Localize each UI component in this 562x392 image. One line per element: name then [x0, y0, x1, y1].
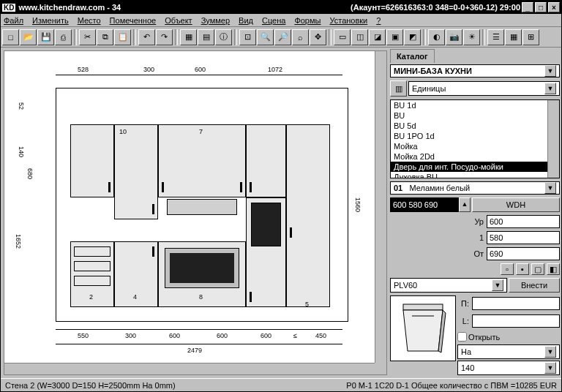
opt2-icon[interactable]: ▪ [516, 263, 529, 275]
depth-input[interactable]: 580 [487, 231, 560, 244]
menu-forms[interactable]: Формы [294, 16, 321, 25]
chevron-down-icon[interactable]: ▼ [492, 279, 503, 291]
finish-select[interactable]: 01 Меламин белый▼ [390, 181, 560, 195]
open-checkbox[interactable] [457, 332, 467, 342]
zoom-fit-icon[interactable]: ⊡ [239, 29, 256, 45]
menu-view[interactable]: Вид [239, 16, 253, 25]
list-item[interactable]: BU [391, 110, 559, 121]
list-item[interactable]: BU 5d [391, 121, 559, 131]
render-icon[interactable]: ◐ [428, 29, 445, 45]
menu-settings[interactable]: Установки [329, 16, 367, 25]
insert-button[interactable]: Внести [509, 278, 560, 293]
status-bar: Стена 2 (W=3000 D=150 H=2500mm На 0mm) P… [1, 378, 561, 391]
catalog-tab[interactable]: Каталог [390, 49, 435, 63]
item-list[interactable]: BU 1dBUBU 5dBU 1PO 1dМойкаМойка 2DdДверь… [390, 99, 560, 178]
zoom-window-icon[interactable]: ⌕ [292, 29, 309, 45]
canvas-hscroll[interactable] [4, 363, 375, 374]
opt3-icon[interactable]: ▢ [531, 263, 544, 275]
list-item[interactable]: Мойка [391, 141, 559, 151]
l-input[interactable] [472, 314, 560, 328]
height-input[interactable]: 690 [487, 247, 560, 260]
menu-scene[interactable]: Сцена [262, 16, 285, 25]
pos-select[interactable]: На▼ [457, 344, 560, 359]
canvas-vscroll[interactable] [375, 51, 386, 363]
dim-top-4: 1072 [268, 66, 282, 73]
dim-l1: 52 [18, 102, 25, 110]
cut-icon[interactable]: ✂ [79, 29, 96, 45]
menu-place[interactable]: Место [78, 16, 101, 25]
undo-icon[interactable]: ↶ [138, 29, 155, 45]
annot-10: 10 [119, 128, 127, 135]
tool-a-icon[interactable]: ▦ [180, 29, 197, 45]
menu-zoom[interactable]: Зуммер [201, 16, 230, 25]
units-select[interactable]: Единицы▼ [408, 81, 560, 96]
status-left: Стена 2 (W=3000 D=150 H=2500mm На 0mm) [5, 381, 176, 390]
p-input[interactable] [472, 297, 560, 310]
sizes-list[interactable]: 600 580 690▲ [390, 197, 471, 212]
catalog-db-select[interactable]: МИНИ-БАЗА КУХНИ▼ [390, 64, 560, 78]
width-input[interactable]: 600 [487, 215, 560, 228]
list-item[interactable]: BU 1PO 1d [391, 131, 559, 141]
grid-icon[interactable]: ▦ [505, 29, 522, 45]
chevron-down-icon[interactable]: ▼ [544, 83, 556, 94]
chevron-down-icon[interactable]: ▼ [544, 362, 556, 374]
chevron-down-icon[interactable]: ▼ [544, 182, 556, 194]
menu-file[interactable]: Файл [4, 16, 23, 25]
list-vscroll[interactable] [547, 100, 559, 177]
new-icon[interactable]: □ [2, 29, 19, 45]
info-icon[interactable]: ⓘ [215, 29, 232, 45]
toolbar: □ 📂 💾 ⎙ ✂ ⧉ 📋 ↶ ↷ ▦ ▤ ⓘ ⊡ 🔍 🔎 ⌕ ✥ ▭ ◫ ◪ … [1, 27, 561, 48]
paste-icon[interactable]: 📋 [114, 29, 131, 45]
chevron-down-icon[interactable]: ▼ [544, 65, 556, 77]
tool-b-icon[interactable]: ▤ [198, 29, 214, 45]
w-label: Ур [472, 217, 485, 226]
drawing-canvas[interactable]: 528 300 600 1072 10 7 5 [4, 50, 387, 375]
view-plan-icon[interactable]: ▭ [334, 29, 351, 45]
view-elev-icon[interactable]: ◫ [351, 29, 368, 45]
svg-rect-0 [403, 304, 443, 310]
dim-b3: 600 [169, 332, 180, 339]
snap-icon[interactable]: ⊞ [522, 29, 539, 45]
pos-value[interactable]: 140▼ [457, 361, 560, 375]
menu-help[interactable]: ? [376, 16, 381, 25]
copy-icon[interactable]: ⧉ [97, 29, 113, 45]
dim-b2: 300 [125, 332, 136, 339]
menu-edit[interactable]: Изменить [32, 16, 69, 25]
layers-icon[interactable]: ☰ [487, 29, 504, 45]
close-button[interactable]: × [548, 2, 560, 12]
pan-icon[interactable]: ✥ [310, 29, 326, 45]
redo-icon[interactable]: ↷ [156, 29, 173, 45]
view-persp-icon[interactable]: ◩ [404, 29, 421, 45]
opt1-icon[interactable]: ▫ [501, 263, 514, 275]
account-text: (Акаунт=626616363:0 348=0-0+360-12) 29:0… [351, 3, 520, 12]
list-item[interactable]: Духовка BU [391, 172, 559, 178]
camera-icon[interactable]: 📷 [446, 29, 462, 45]
light-icon[interactable]: ☀ [463, 29, 480, 45]
filter-icon[interactable]: ▥ [390, 80, 407, 97]
print-icon[interactable]: ⎙ [55, 29, 72, 45]
save-icon[interactable]: 💾 [37, 29, 54, 45]
list-item[interactable]: Дверь для инт. Посудо-мойки [391, 162, 559, 172]
model-select[interactable]: PLV60▼ [390, 278, 507, 293]
list-item[interactable]: Мойка 2Dd [391, 151, 559, 162]
opt4-icon[interactable]: ◧ [547, 263, 560, 275]
dishwasher-icon [397, 301, 449, 356]
chevron-down-icon[interactable]: ▼ [544, 346, 556, 358]
maximize-button[interactable]: □ [535, 2, 547, 12]
view-wire-icon[interactable]: ▣ [386, 29, 403, 45]
list-item[interactable]: BU 1d [391, 100, 559, 110]
wdh-button[interactable]: WDH [472, 197, 560, 212]
zoom-in-icon[interactable]: 🔍 [257, 29, 274, 45]
menu-object[interactable]: Объект [165, 16, 192, 25]
status-right: P0 M-1 1C20 D-1 Общее количество с ПВМ =… [346, 381, 557, 390]
zoom-out-icon[interactable]: 🔎 [274, 29, 291, 45]
open-icon[interactable]: 📂 [20, 29, 37, 45]
chevron-up-icon[interactable]: ▲ [459, 197, 471, 212]
dim-top-3: 600 [195, 66, 206, 73]
h-label: От [472, 249, 485, 258]
dim-l2: 140 [18, 146, 25, 157]
app-logo: KD [2, 4, 15, 12]
minimize-button[interactable]: _ [522, 2, 533, 12]
view-3d-icon[interactable]: ◪ [369, 29, 386, 45]
menu-marked[interactable]: Помеченное [110, 16, 157, 25]
